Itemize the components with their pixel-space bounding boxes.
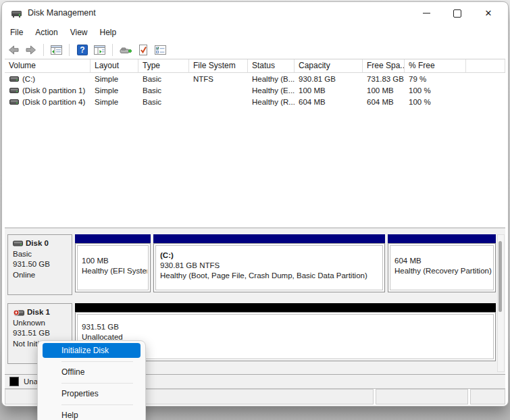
cell-percent-free: 100 % [405,86,466,95]
volume-name: (Disk 0 partition 4) [22,98,85,106]
menu-separator [61,404,133,405]
show-console-tree-icon[interactable] [49,43,63,57]
cell-status: Healthy (R... [248,98,295,106]
partition-color-bar [153,234,385,243]
partition-size: 100 MB [82,256,147,266]
unallocated-swatch [9,377,19,386]
cell-type: Basic [138,75,189,83]
disk-error-icon [13,309,24,317]
column-header-capacity[interactable]: Capacity [295,59,363,72]
disk-management-app-icon [11,8,22,19]
show-action-pane-icon[interactable] [93,43,107,57]
cell-layout: Simple [91,98,138,106]
partition-status: Healthy (Recovery Partition) [394,266,492,276]
help-icon[interactable]: ? [75,43,89,57]
cell-capacity: 100 MB [295,86,363,95]
menu-view[interactable]: View [64,26,94,38]
partition-size: 931.51 GB [82,322,492,332]
menu-bar: File Action View Help [4,25,506,40]
disk-state: Online [13,270,72,281]
close-icon[interactable]: ✕ [473,2,504,24]
partition-status: Healthy (Boot, Page File, Crash Dump, Ba… [160,271,382,281]
partition-color-bar [75,303,496,312]
partition-c-drive[interactable]: (C:) 930.81 GB NTFS Healthy (Boot, Page … [153,234,385,292]
toolbar-separator [112,44,113,56]
disk-kind: Basic [13,249,72,260]
scrollbar-thumb[interactable] [499,241,502,312]
menu-item-offline[interactable]: Offline [38,365,145,379]
volume-list: Volume Layout Type File System Status Ca… [5,59,505,228]
table-row[interactable]: (Disk 0 partition 4) Simple Basic Health… [5,96,505,107]
volume-name: (C:) [22,75,35,83]
menu-action[interactable]: Action [29,26,63,38]
cell-status: Healthy (B... [248,75,295,83]
partition-size: 604 MB [394,256,492,266]
maximize-icon[interactable] [442,2,473,24]
vertical-scrollbar[interactable] [497,234,505,372]
toolbar-separator [43,44,44,56]
cell-free-space: 731.83 GB [363,75,405,83]
cell-capacity: 930.81 GB [295,75,363,83]
desktop-backdrop: Disk Management ✕ File Action View Help [0,0,510,420]
menu-separator [61,383,133,384]
partition-recovery[interactable]: 604 MB Healthy (Recovery Partition) [388,234,496,292]
volume-list-header: Volume Layout Type File System Status Ca… [5,59,505,73]
column-header-type[interactable]: Type [138,59,189,72]
volume-icon [9,76,19,82]
disk-size: 931.50 GB [13,259,72,270]
column-header-status[interactable]: Status [248,59,295,72]
column-header-layout[interactable]: Layout [91,59,138,72]
partition-color-bar [388,234,496,243]
svg-text:?: ? [80,45,84,55]
table-row[interactable]: (Disk 0 partition 1) Simple Basic Health… [5,84,505,96]
partition-label: (C:) [160,251,382,261]
disk-size: 931.51 GB [13,328,72,339]
disk-0-graph: 100 MB Healthy (EFI System (C:) 930.81 G… [75,234,496,296]
cell-capacity: 604 MB [295,98,363,106]
partition-color-bar [75,234,151,243]
disk-context-menu: Initialize Disk Offline Properties Help [37,340,146,420]
partition-size: 930.81 GB NTFS [160,261,382,271]
task-list-icon[interactable] [153,43,168,57]
column-header-free-space[interactable]: Free Spa... [363,59,405,72]
cell-layout: Simple [91,86,138,95]
title-bar[interactable]: Disk Management ✕ [2,2,508,25]
volume-icon [9,99,19,105]
status-cell [376,389,468,404]
disk-name: Disk 1 [27,307,50,318]
column-header-volume[interactable]: Volume [5,59,91,72]
toolbar: ? [6,41,506,59]
window-controls: ✕ [411,2,504,25]
forward-icon[interactable] [24,43,38,57]
column-header-file-system[interactable]: File System [189,59,248,72]
cell-percent-free: 79 % [405,75,466,83]
cell-free-space: 100 MB [363,86,405,95]
partition-efi[interactable]: 100 MB Healthy (EFI System [75,234,151,292]
status-cell [470,389,505,404]
menu-item-help[interactable]: Help [38,408,145,420]
cell-type: Basic [138,86,189,95]
back-icon[interactable] [6,43,20,57]
check-document-icon[interactable] [136,43,150,57]
menu-separator [61,361,133,362]
disk-kind: Unknown [13,318,72,329]
table-row[interactable]: (C:) Simple Basic NTFS Healthy (B... 930… [5,73,505,84]
menu-file[interactable]: File [4,26,29,38]
cell-type: Basic [138,98,189,106]
cell-percent-free: 100 % [405,98,466,106]
column-header-percent-free[interactable]: % Free [405,59,466,72]
cell-status: Healthy (E... [248,86,295,95]
partition-status: Healthy (EFI System [82,266,147,276]
cell-file-system: NTFS [189,75,248,83]
device-icon[interactable] [118,43,132,57]
window-title: Disk Management [28,8,96,18]
disk-0-header[interactable]: Disk 0 Basic 931.50 GB Online [7,234,72,295]
menu-item-initialize-disk[interactable]: Initialize Disk [43,343,141,358]
minimize-icon[interactable] [411,2,442,24]
menu-help[interactable]: Help [94,26,123,38]
disk-name: Disk 0 [26,238,49,249]
column-header-blank[interactable] [466,59,505,72]
cell-free-space: 604 MB [363,98,405,106]
menu-item-properties[interactable]: Properties [38,386,145,401]
disk-icon [13,240,23,247]
